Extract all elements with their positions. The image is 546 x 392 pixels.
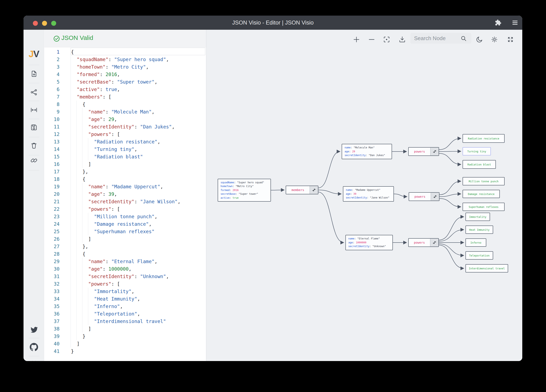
code-line-4[interactable]: 4 "formed": 2016, [44, 71, 206, 78]
graph-node-leaf-million-tonne-punch[interactable]: Million tonne punch [462, 177, 505, 185]
code-line-28[interactable]: 28 { [44, 250, 206, 258]
graph-node-leaf-turning-tiny[interactable]: Turning tiny [462, 147, 491, 155]
menu-icon[interactable] [512, 19, 518, 26]
code-text: { [71, 48, 74, 56]
focus-view-button[interactable] [383, 35, 391, 44]
graph-node-leaf-immortality[interactable]: Immortality [466, 213, 490, 221]
code-line-38[interactable]: 38 ] [44, 325, 206, 333]
json-editor[interactable]: 1{2 "squadName": "Super hero squad",3 "h… [44, 47, 206, 361]
zoom-out-button[interactable] [367, 35, 376, 44]
code-line-31[interactable]: 31 "secretIdentity": "Unknown", [44, 273, 206, 280]
collapse-node-button[interactable] [430, 239, 438, 247]
center-view-button[interactable] [24, 104, 44, 116]
code-line-19[interactable]: 19 "name": "Madame Uppercut", [44, 183, 206, 190]
line-number: 8 [44, 101, 59, 108]
code-line-8[interactable]: 8 { [44, 101, 206, 108]
indent-guide [82, 131, 82, 138]
code-line-36[interactable]: 36 "Teleportation", [44, 310, 206, 318]
graph-node-leaf-heat-immunity[interactable]: Heat Immunity [466, 226, 493, 234]
download-button[interactable] [398, 35, 406, 44]
code-line-35[interactable]: 35 "Inferno", [44, 303, 206, 310]
indent-guide [71, 56, 71, 63]
code-line-30[interactable]: 30 "age": 1000000, [44, 265, 206, 273]
delete-button[interactable] [24, 140, 44, 151]
graph-node-root[interactable]: squadName: "Super hero squad"homeTown: "… [218, 179, 271, 202]
code-line-25[interactable]: 25 "Superhuman reflexes" [44, 228, 206, 235]
code-line-29[interactable]: 29 "name": "Eternal Flame", [44, 258, 206, 265]
plus-icon [353, 36, 360, 43]
code-line-32[interactable]: 32 "powers": [ [44, 280, 206, 288]
settings-button[interactable] [490, 35, 499, 44]
github-button[interactable] [24, 341, 44, 353]
code-line-21[interactable]: 21 "secretIdentity": "Jane Wilson", [44, 198, 206, 205]
code-line-27[interactable]: 27 }, [44, 243, 206, 250]
code-line-14[interactable]: 14 "Turning tiny", [44, 145, 206, 153]
graph-node-member-3[interactable]: name: "Eternal Flame"age: 1000000secretI… [345, 235, 393, 250]
sponsor-button[interactable] [24, 358, 44, 361]
dark-mode-button[interactable] [475, 35, 484, 44]
code-line-23[interactable]: 23 "Million tonne punch", [44, 213, 206, 220]
code-line-17[interactable]: 17 }, [44, 168, 206, 175]
zoom-in-button[interactable] [352, 35, 361, 44]
collapse-node-button[interactable] [430, 148, 439, 155]
graph-node-leaf-teleportation[interactable]: Teleportation [466, 251, 493, 259]
graph-node-powers-1[interactable]: powers [408, 147, 439, 156]
code-line-3[interactable]: 3 "homeTown": "Metro City", [44, 63, 206, 71]
extension-puzzle-icon[interactable] [495, 19, 501, 26]
code-line-7[interactable]: 7 "members": [ [44, 93, 206, 101]
code-line-11[interactable]: 11 "secretIdentity": "Dan Jukes", [44, 123, 206, 131]
code-line-16[interactable]: 16 ] [44, 160, 206, 168]
code-line-15[interactable]: 15 "Radiation blast" [44, 153, 206, 160]
code-line-37[interactable]: 37 "Interdimensional travel" [44, 318, 206, 325]
code-line-1[interactable]: 1{ [44, 48, 206, 56]
code-line-10[interactable]: 10 "age": 29, [44, 116, 206, 123]
share-graph-button[interactable] [24, 87, 44, 98]
code-line-2[interactable]: 2 "squadName": "Super hero squad", [44, 56, 206, 63]
code-line-26[interactable]: 26 ] [44, 235, 206, 243]
save-button[interactable] [24, 122, 44, 133]
indent-guide [76, 303, 77, 310]
code-line-34[interactable]: 34 "Heat Immunity", [44, 295, 206, 303]
code-line-33[interactable]: 33 "Immortality", [44, 288, 206, 295]
code-line-20[interactable]: 20 "age": 39, [44, 190, 206, 198]
indent-guide [82, 235, 82, 243]
code-line-12[interactable]: 12 "powers": [ [44, 131, 206, 138]
code-line-5[interactable]: 5 "secretBase": "Super tower", [44, 78, 206, 86]
code-line-40[interactable]: 40 ] [44, 340, 206, 348]
code-line-24[interactable]: 24 "Damage resistance", [44, 220, 206, 228]
indent-guide [82, 183, 82, 190]
code-line-9[interactable]: 9 "name": "Molecule Man", [44, 108, 206, 116]
code-line-39[interactable]: 39 } [44, 333, 206, 340]
copy-link-button[interactable] [24, 155, 44, 166]
collapse-node-button[interactable] [431, 193, 439, 201]
fullscreen-button[interactable] [506, 35, 514, 44]
code-line-22[interactable]: 22 "powers": [ [44, 205, 206, 213]
graph-node-members[interactable]: members [286, 186, 318, 194]
code-line-18[interactable]: 18 { [44, 175, 206, 183]
app-logo[interactable]: JV [24, 49, 44, 59]
line-number: 37 [44, 318, 59, 325]
code-text: { [71, 101, 85, 108]
graph-node-leaf-radiation-resistance[interactable]: Radiation resistance [462, 134, 505, 143]
graph-node-member-2[interactable]: name: "Madame Uppercut"age: 39secretIden… [343, 186, 394, 202]
graph-node-member-1[interactable]: name: "Molecule Man"age: 29secretIdentit… [342, 144, 392, 159]
graph-node-leaf-superhuman-reflexes[interactable]: Superhuman reflexes [462, 203, 505, 211]
graph-node-leaf-radiation-blast[interactable]: Radiation blast [462, 160, 496, 169]
collapse-node-button[interactable] [310, 186, 318, 194]
twitter-button[interactable] [24, 324, 44, 335]
indent-guide [76, 325, 77, 333]
code-line-6[interactable]: 6 "active": true, [44, 86, 206, 93]
node-field-secretIdentity: secretIdentity: "Dan Jukes" [344, 153, 389, 157]
search-node-input[interactable] [410, 33, 471, 44]
code-line-13[interactable]: 13 "Radiation resistance", [44, 138, 206, 145]
code-text: }, [71, 168, 88, 175]
graph-node-leaf-interdimensional-travel[interactable]: Interdimensional travel [466, 264, 508, 272]
code-line-41[interactable]: 41} [44, 348, 206, 355]
graph-node-leaf-inferno[interactable]: Inferno [466, 238, 486, 247]
graph-node-powers-3[interactable]: powers [408, 238, 439, 247]
new-document-button[interactable] [24, 68, 44, 80]
node-field-secretIdentity: secretIdentity: "Jane Wilson" [346, 196, 391, 200]
graph-node-powers-2[interactable]: powers [409, 192, 439, 201]
indent-guide [71, 93, 71, 101]
graph-node-leaf-damage-resistance[interactable]: Damage resistance [462, 190, 500, 198]
